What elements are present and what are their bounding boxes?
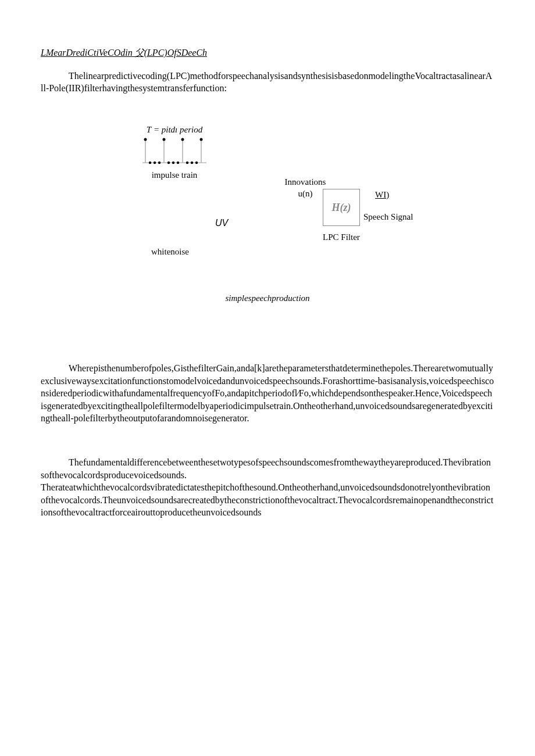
svg-point-8 (167, 162, 170, 164)
svg-point-12 (181, 138, 184, 141)
svg-point-7 (163, 138, 166, 141)
svg-point-9 (172, 162, 174, 164)
spacer (41, 439, 494, 456)
pitch-period-label: T = pitdı period (140, 124, 209, 135)
innovations-text: Innovations (285, 177, 326, 187)
svg-point-14 (191, 162, 193, 164)
svg-point-4 (154, 162, 156, 164)
document-title: LMearDrediCtiVeCOdin 父(LPC)OfSDeeCh (41, 46, 494, 59)
transfer-function-box: H(z) (323, 189, 360, 226)
svg-point-15 (195, 162, 198, 164)
impulse-train-block: T = pitdı period impulse train (140, 124, 209, 181)
svg-point-10 (177, 162, 179, 164)
svg-point-5 (158, 162, 160, 164)
speech-signal-label: Speech Signal (363, 211, 413, 223)
paragraph-3: Thefundamentaldifferencebetweenthesetwot… (41, 456, 494, 519)
figure-caption: simplespeechproduction (41, 292, 494, 304)
speech-production-diagram: T = pitdı period impulse train UV whiten… (116, 124, 419, 275)
pitch-T-symbol: T (147, 125, 151, 134)
svg-point-3 (149, 162, 151, 164)
output-wi-label: WI) (375, 189, 389, 200)
un-text: u(n) (298, 189, 313, 198)
pitch-label-text: = pitdı period (151, 125, 202, 134)
uv-switch-label: UV (215, 217, 228, 230)
paragraph-2: Wherepisthenumberofpoles,GisthefilterGai… (41, 362, 494, 425)
impulse-train-caption: impulse train (140, 169, 209, 181)
svg-point-13 (186, 162, 188, 164)
intro-paragraph: Thelinearpredictivecoding(LPC)methodfors… (41, 70, 494, 95)
svg-point-2 (144, 138, 147, 141)
impulse-train-icon (140, 137, 209, 166)
svg-point-17 (200, 138, 203, 141)
lpc-filter-label: LPC Filter (317, 231, 366, 243)
white-noise-label: whitenoise (151, 246, 189, 257)
